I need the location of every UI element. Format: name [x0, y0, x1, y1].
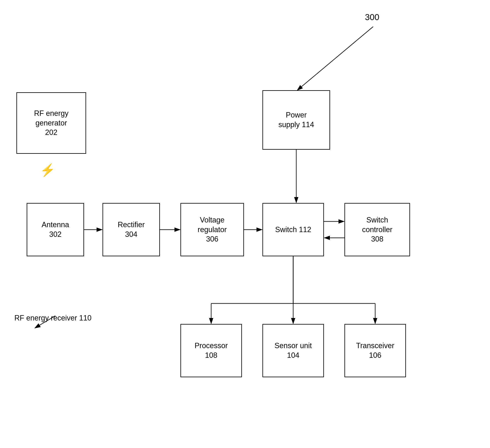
block-sensor-unit: Sensor unit104 [262, 324, 324, 377]
block-switch: Switch 112 [262, 203, 324, 256]
block-processor: Processor108 [180, 324, 242, 377]
block-rectifier: Rectifier304 [103, 203, 160, 256]
diagram: 300 RF energygenerator202 Antenna302 Rec… [0, 0, 490, 448]
block-antenna: Antenna302 [27, 203, 84, 256]
block-power-supply: Powersupply 114 [262, 90, 330, 150]
block-rf-generator: RF energygenerator202 [16, 92, 86, 154]
label-rf-receiver: RF energy receiver 110 [14, 314, 91, 322]
block-transceiver: Transceiver106 [344, 324, 406, 377]
svg-line-2 [297, 27, 373, 90]
svg-text:⚡: ⚡ [40, 163, 55, 177]
block-switch-controller: Switchcontroller308 [344, 203, 410, 256]
label-300: 300 [365, 12, 379, 22]
block-voltage-regulator: Voltageregulator306 [180, 203, 244, 256]
